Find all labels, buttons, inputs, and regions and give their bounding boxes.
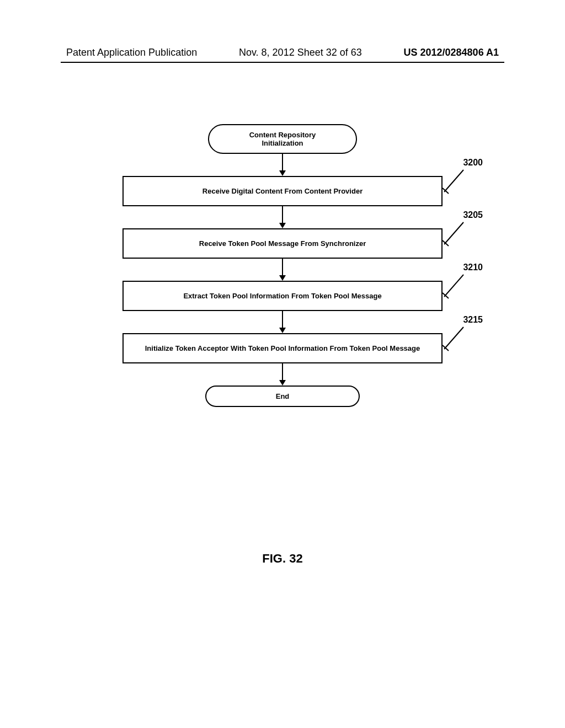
- process-step-1: 3200 Receive Digital Content From Conten…: [122, 176, 443, 206]
- process-step-3: 3210 Extract Token Pool Information From…: [122, 281, 443, 311]
- process-step-4: 3215 Initialize Token Acceptor With Toke…: [122, 333, 443, 363]
- arrow: [95, 206, 470, 228]
- process-step-2: 3205 Receive Token Pool Message From Syn…: [122, 228, 443, 259]
- svg-line-6: [444, 327, 463, 349]
- step-1-label: Receive Digital Content From Content Pro…: [202, 187, 363, 195]
- svg-line-7: [443, 345, 449, 351]
- header-patent-number: US 2012/0284806 A1: [404, 47, 499, 58]
- ref-label-3: 3210: [463, 263, 483, 272]
- arrow: [95, 154, 470, 176]
- svg-line-4: [444, 275, 463, 297]
- step-2-label: Receive Token Pool Message From Synchron…: [199, 239, 366, 248]
- svg-line-1: [443, 188, 449, 194]
- ref-label-4: 3215: [463, 315, 483, 325]
- header-date-sheet: Nov. 8, 2012 Sheet 32 of 63: [239, 47, 362, 58]
- arrow: [95, 363, 470, 386]
- ref-connector-3: [444, 274, 466, 296]
- svg-line-5: [443, 293, 449, 298]
- ref-connector-2: [444, 221, 466, 243]
- ref-label-1: 3200: [463, 158, 483, 168]
- flowchart-start: Content Repository Initialization: [208, 124, 357, 154]
- arrow: [95, 259, 470, 281]
- arrow: [95, 311, 470, 333]
- ref-label-2: 3205: [463, 210, 483, 220]
- step-4-label: Initialize Token Acceptor With Token Poo…: [145, 344, 420, 352]
- figure-number: FIG. 32: [262, 552, 302, 566]
- step-3-label: Extract Token Pool Information From Toke…: [183, 292, 381, 300]
- ref-connector-4: [444, 326, 466, 348]
- flowchart-container: Content Repository Initialization 3200 R…: [95, 124, 470, 407]
- header-divider: [61, 62, 504, 63]
- flowchart-end: End: [205, 386, 360, 407]
- ref-connector-1: [444, 169, 466, 191]
- svg-line-2: [444, 222, 463, 244]
- start-label: Content Repository Initialization: [249, 131, 316, 147]
- end-label: End: [276, 392, 290, 400]
- svg-line-3: [443, 240, 449, 246]
- svg-line-0: [444, 170, 463, 192]
- header-publication: Patent Application Publication: [66, 47, 197, 58]
